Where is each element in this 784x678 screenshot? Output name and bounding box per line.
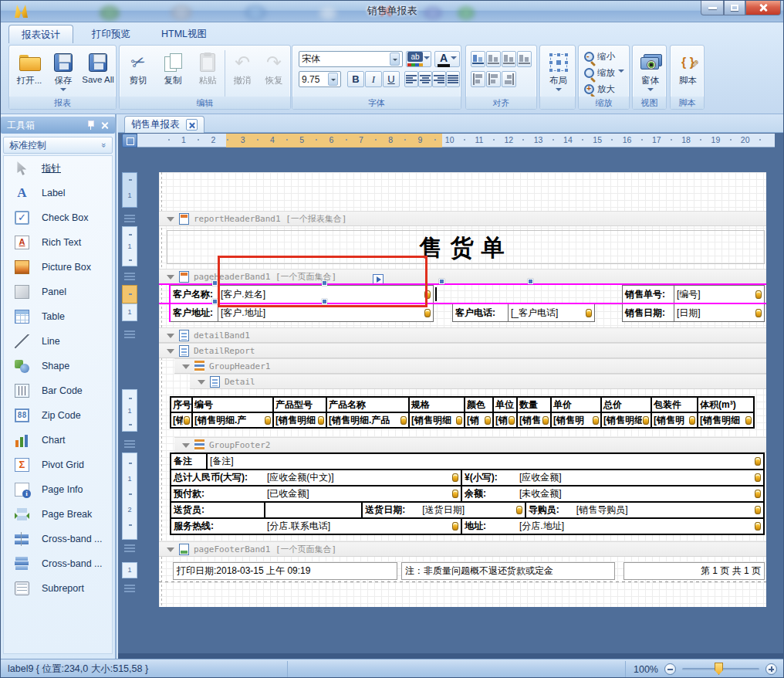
align-justify-button[interactable] <box>446 71 460 87</box>
toolbox-item-crossband-box[interactable]: Cross-band ... <box>4 551 112 576</box>
align-middles-button[interactable] <box>486 71 501 87</box>
order-no-field[interactable]: [编号] <box>674 285 765 303</box>
band-grip[interactable] <box>124 215 135 223</box>
zoom-slider[interactable] <box>682 668 759 670</box>
zoom-out-button[interactable]: - 缩小 <box>581 49 618 64</box>
selection-handle[interactable] <box>439 279 444 284</box>
band-page-footer[interactable]: pageFooterBand1 [一个页面集合] <box>159 541 766 557</box>
detail-col-header[interactable]: 体积(m³) <box>698 397 754 412</box>
save-button[interactable]: 保存 <box>48 48 79 96</box>
toolbox-item-chart[interactable]: Chart <box>4 428 112 453</box>
toolbox-item-subreport[interactable]: Subreport <box>4 576 112 601</box>
copy-button[interactable]: 复制 <box>156 48 190 96</box>
toolbox-item-panel[interactable]: Panel <box>4 280 112 304</box>
toolbox-item-table[interactable]: Table <box>4 304 112 329</box>
band-detail-band[interactable]: detailBand1 <box>159 327 766 343</box>
selection-handle[interactable] <box>212 299 218 304</box>
detail-field-cell[interactable]: [销售明 <box>551 412 601 428</box>
guide-cell[interactable]: 导购员: [销售导购员] <box>525 501 765 519</box>
background-color-button[interactable]: ab <box>406 51 431 67</box>
remark-field[interactable]: [备注] <box>206 453 765 470</box>
detail-field-cell[interactable]: [销售 <box>517 412 551 428</box>
detail-col-header[interactable]: 总价 <box>601 397 651 412</box>
band-group-footer[interactable]: GroupFooter2 <box>174 437 766 453</box>
title-bar[interactable]: ✕ 销售单报表 <box>1 1 783 22</box>
ruler-corner-button[interactable] <box>122 134 137 147</box>
band-grip[interactable] <box>124 331 135 339</box>
tab-print-preview[interactable]: 打印预览 <box>79 25 143 43</box>
collapse-triangle-icon[interactable] <box>167 275 174 283</box>
collapse-triangle-icon[interactable] <box>182 443 190 452</box>
customer-phone-label[interactable]: 客户电话: <box>452 303 509 322</box>
band-grip[interactable] <box>124 273 135 281</box>
delivery-date-cell[interactable]: 送货日期: [送货日期] <box>361 501 525 519</box>
toolbox-item-crossband-line[interactable]: Cross-band ... <box>4 527 112 551</box>
snap-grid-button[interactable] <box>471 51 485 67</box>
align-lefts-button[interactable] <box>486 51 501 67</box>
zoom-in-button[interactable] <box>765 663 777 675</box>
font-name-combo[interactable]: 宋体 <box>299 51 403 67</box>
toolbox-item-picturebox[interactable]: Picture Box <box>4 255 112 280</box>
align-tops-button[interactable] <box>471 71 485 87</box>
band-grip[interactable] <box>124 544 135 553</box>
detail-field-cell[interactable]: [销售明细.产 <box>192 412 273 428</box>
customer-addr-label[interactable]: 客户地址: <box>170 303 218 322</box>
detail-col-header[interactable]: 产品型号 <box>273 397 326 412</box>
zoom-out-button[interactable] <box>664 663 676 675</box>
open-button[interactable]: 打开... <box>12 48 46 96</box>
deliverer-field[interactable] <box>264 501 363 519</box>
order-no-label[interactable]: 销售单号: <box>622 285 674 303</box>
zoom-button[interactable]: 缩放 <box>581 65 627 80</box>
align-right-button[interactable] <box>432 71 446 87</box>
total-cn-cell[interactable]: 总计人民币(大写): [应收金额(中文)] <box>170 469 462 486</box>
detail-field-cell[interactable]: [销 <box>465 412 493 428</box>
align-bottoms-button[interactable] <box>502 71 516 87</box>
document-tab[interactable]: 销售单报表 <box>124 116 204 133</box>
collapse-triangle-icon[interactable] <box>182 364 190 373</box>
pin-icon[interactable] <box>87 120 93 130</box>
detail-field-cell[interactable]: [销售明 <box>651 412 698 428</box>
close-button[interactable] <box>745 1 781 15</box>
detail-col-header[interactable]: 单价 <box>551 397 601 412</box>
balance-cell[interactable]: 余额: [未收金额] <box>461 485 765 503</box>
tab-html-view[interactable]: HTML视图 <box>149 25 219 43</box>
toolbox-item-pageinfo[interactable]: Page Info <box>4 477 112 502</box>
align-rights-button[interactable] <box>517 51 532 67</box>
collapse-triangle-icon[interactable] <box>167 217 174 225</box>
redo-button[interactable]: 恢复 <box>259 48 289 96</box>
detail-col-header[interactable]: 单位 <box>493 397 517 412</box>
detail-field-cell[interactable]: [销售明细 <box>601 412 651 428</box>
detail-col-header[interactable]: 包装件 <box>651 397 698 412</box>
toolbox-item-pagebreak[interactable]: Page Break <box>4 502 112 527</box>
underline-button[interactable]: U <box>383 71 400 87</box>
paste-button[interactable]: 粘贴 <box>191 48 225 96</box>
collapse-triangle-icon[interactable] <box>167 547 174 556</box>
align-left-button[interactable] <box>404 71 418 87</box>
toolbox-item-checkbox[interactable]: Check Box <box>4 205 112 230</box>
close-icon[interactable] <box>101 121 109 129</box>
tab-close-icon[interactable] <box>186 119 198 131</box>
selection-handle[interactable] <box>212 280 218 286</box>
toolbox-item-line[interactable]: Line <box>4 329 112 354</box>
band-detail[interactable]: Detail <box>190 374 766 389</box>
font-color-button[interactable]: A <box>434 51 460 67</box>
bold-button[interactable]: B <box>347 71 364 87</box>
zoom-slider-thumb[interactable] <box>715 663 723 675</box>
selection-handle[interactable] <box>528 279 533 284</box>
toolbox-item-pivotgrid[interactable]: Pivot Grid <box>4 453 112 477</box>
band-grip[interactable] <box>124 440 135 449</box>
detail-table[interactable]: 序号 编号 产品型号 产品名称 规格 颜色 单位 数量 单价 总价 包装件 体积… <box>170 396 755 429</box>
detail-field-cell[interactable]: [销售明细.产品 <box>326 412 409 428</box>
toolbox-item-richtext[interactable]: Rich Text <box>4 230 112 255</box>
total-num-cell[interactable]: ¥(小写): [应收金额] <box>461 469 765 486</box>
toolbox-titlebar[interactable]: 工具箱 <box>1 117 115 134</box>
align-centers-button[interactable] <box>502 51 516 67</box>
detail-col-header[interactable]: 颜色 <box>465 397 493 412</box>
zoom-in-button[interactable]: + 放大 <box>581 81 618 97</box>
italic-button[interactable]: I <box>365 71 382 87</box>
detail-col-header[interactable]: 编号 <box>192 397 273 412</box>
toolbox-item-zipcode[interactable]: Zip Code <box>4 403 112 428</box>
detail-field-cell[interactable]: [销售明细 <box>409 412 465 428</box>
detail-col-header[interactable]: 规格 <box>409 397 465 412</box>
band-grip[interactable] <box>124 585 135 593</box>
